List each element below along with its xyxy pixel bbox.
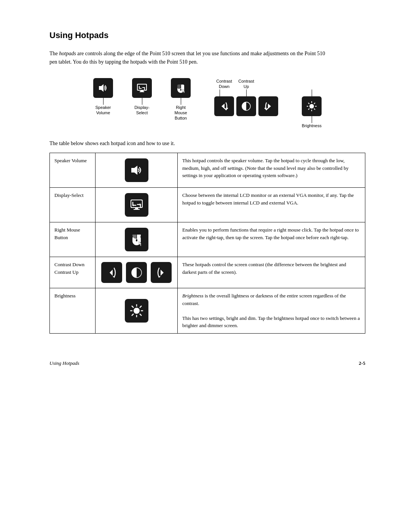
diagram-display-label: Display-Select [132,105,152,116]
intro-paragraph: The hotpads are controls along the edge … [49,50,331,67]
diagram-speaker: Speaker Volume [93,78,113,116]
svg-line-48 [140,306,142,308]
footer-chapter-label: Using Hotpads [49,360,79,366]
speaker-icon-diagram [93,78,113,98]
svg-marker-35 [110,270,113,276]
diagram-mouse-label: Right Mouse Button [171,105,191,121]
table-intro: The table below shows each hotpad icon a… [49,141,365,147]
svg-rect-4 [140,91,144,92]
desc-brightness: Brightness is the overall lightness or d… [178,288,365,334]
page-title: Using Hotpads [49,30,365,40]
icon-contrast-up [151,262,172,283]
svg-line-46 [132,306,134,308]
label-display: Display-Select [50,188,96,222]
diagram-contrast: Contrast Down Contrast Up [210,78,283,116]
desc-mouse: Enables you to perform functions that re… [178,222,365,257]
label-mouse: Right Mouse Button [50,222,96,257]
svg-marker-14 [268,104,271,109]
svg-point-41 [134,308,140,314]
contrast-up-icon-diagram [258,96,278,116]
display-icon-diagram [132,78,152,98]
svg-marker-0 [99,84,104,92]
svg-marker-11 [221,104,225,109]
diagram-display: Display-Select [132,78,152,116]
svg-marker-24 [131,166,137,175]
icon-speaker [96,153,178,188]
icon-contrast [96,257,178,288]
diagram-mouse: Right Mouse Button [171,78,191,121]
label-brightness: Brightness [50,288,96,334]
table-row-brightness: Brightness Brightness is the overall lig… [50,288,365,334]
table-row-speaker: Speaker Volume This hotpad controls the … [50,153,365,188]
svg-rect-28 [134,209,140,210]
diagram-brightness-label: Brightness [302,123,322,128]
mouse-icon-diagram [171,78,191,98]
label-contrast: Contrast DownContrast Up [50,257,96,288]
brightness-icon-diagram [302,96,322,116]
svg-point-9 [180,89,182,91]
svg-point-15 [309,104,314,109]
svg-rect-7 [177,85,181,89]
hotpad-table: Speaker Volume This hotpad controls the … [49,153,365,334]
svg-line-49 [132,314,134,316]
icon-display [96,188,178,222]
diagram-brightness: Brightness [302,78,322,128]
contrast-down-icon-diagram [214,96,234,116]
svg-line-22 [314,103,315,104]
diagram-contrast-up-top-label: Contrast Up [236,78,256,89]
desc-speaker: This hotpad controls the speaker volume.… [178,153,365,188]
desc-contrast: These hotpads control the screen contras… [178,257,365,288]
diagram-contrast-down-top-label: Contrast Down [214,78,234,89]
label-speaker: Speaker Volume [50,153,96,188]
icon-brightness [96,288,178,334]
svg-marker-39 [161,270,164,276]
diagram-speaker-label: Speaker Volume [93,105,113,116]
svg-line-23 [308,109,309,110]
svg-line-47 [140,314,142,316]
table-row-contrast: Contrast DownContrast Up [50,257,365,288]
svg-line-20 [308,103,309,104]
icon-contrast-half [126,262,147,283]
icon-mouse [96,222,178,257]
table-row-display: Display-Select Choose between the intern… [50,188,365,222]
svg-line-21 [314,109,315,110]
page-footer: Using Hotpads 2-5 [49,356,365,366]
svg-rect-6 [181,85,184,89]
icon-contrast-down [101,262,122,283]
hotpad-diagram: Speaker Volume [49,78,365,128]
contrast-circle-icon-diagram [236,96,256,116]
footer-page-number: 2-5 [359,360,365,366]
table-row-mouse: Right Mouse Button Ena [50,222,365,257]
svg-rect-33 [136,239,137,241]
desc-display: Choose between the internal LCD monitor … [178,188,365,222]
